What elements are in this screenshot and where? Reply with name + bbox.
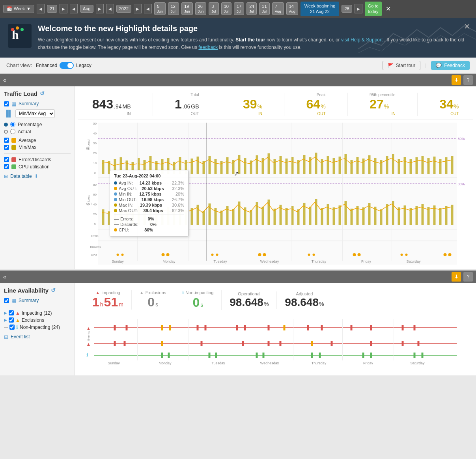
chart-type-select[interactable]: Min/Max Avg [15,109,55,118]
date-28aug[interactable]: 28 [342,5,352,13]
summary-checkbox[interactable] [4,101,9,106]
impacting-stat-triangle: ▲ [95,290,100,295]
p95-out-value: 34 [439,97,454,112]
summary-item[interactable]: ▦ Summary [4,101,71,107]
svg-text:Wednesday: Wednesday [260,361,279,365]
svg-rect-75 [451,156,454,174]
chart-toggle[interactable]: Enhanced Legacy [36,62,91,69]
non-impacting-info-icon: ℹ [16,325,18,330]
svg-rect-44 [268,153,270,174]
cpu-utilisation-item[interactable]: CPU utilisation [4,164,71,170]
date-7aug[interactable]: 7Aug [272,2,284,15]
week-number[interactable]: 21 [47,5,57,13]
collapse-availability-button[interactable]: « [3,274,6,280]
next-month-arrow[interactable]: ▶ [96,4,104,13]
start-tour-button[interactable]: 🚩 Start tour [383,61,420,70]
exclusions-checkbox[interactable] [9,317,14,323]
svg-rect-74 [445,157,448,174]
date-5jun[interactable]: 5Jun [154,2,166,15]
svg-rect-225 [370,353,372,358]
avail-help-button[interactable]: ? [463,272,473,282]
close-nav-icon[interactable]: ✕ [386,5,391,13]
non-impacting-tree-item[interactable]: — ℹ Non-impacting (24) [4,325,71,330]
impacting-tree-item[interactable]: ▶ ▲ Impacting (12) [4,310,71,316]
month-label[interactable]: Aug [80,5,93,13]
download-icon-button[interactable]: ⬇ [452,75,461,85]
feedback-button[interactable]: 💬 Feedback [431,61,470,70]
average-checkbox-item[interactable]: Average [4,138,71,143]
actual-radio[interactable]: Actual [4,129,71,134]
svg-rect-46 [280,156,282,174]
next-year-arrow[interactable]: ▶ [134,4,142,13]
grid-icon: ▦ [11,101,16,107]
svg-rect-199 [370,325,372,330]
date-10jul[interactable]: 10Jul [221,2,231,15]
far-next-arrow[interactable]: ▶ [355,4,362,13]
date-17jul[interactable]: 17Jul [234,2,244,15]
average-checkbox[interactable] [4,138,9,143]
svg-rect-200 [402,325,404,330]
date-14aug[interactable]: 14Aug [286,2,298,15]
errors-discards-checkbox[interactable] [4,157,9,162]
impacting-expand-arrow[interactable]: ▶ [4,311,7,315]
pct-in-stat: 39 % IN [243,93,262,116]
svg-rect-57 [345,154,347,174]
impacting-checkbox[interactable] [9,310,14,315]
avail-summary-checkbox[interactable] [4,298,9,303]
date-3jul[interactable]: 3Jul [209,2,219,15]
minmax-checkbox[interactable] [4,145,9,150]
errors-dash [114,219,119,220]
collapse-traffic-button[interactable]: « [3,77,6,83]
prev-year-arrow[interactable]: ◀ [106,4,114,13]
avail-refresh-icon[interactable]: ↺ [51,287,56,293]
svg-rect-138 [410,208,412,225]
prev-month-arrow[interactable]: ◀ [70,4,78,13]
exclusions-tree-item[interactable]: ▶ ▲ Exclusions [4,317,71,323]
current-week-highlight[interactable]: Week beginning 21 Aug 22 [301,2,340,16]
impacting-stat-label: Impacting [101,290,120,295]
feedback-link[interactable]: feedback [198,45,218,50]
exclusions-triangle-icon: ▲ [15,317,20,323]
non-impacting-collapse-icon[interactable]: — [4,325,8,329]
cpu-utilisation-checkbox[interactable] [4,164,9,169]
svg-rect-201 [414,325,416,330]
refresh-icon[interactable]: ↺ [40,90,45,97]
next-week-arrow[interactable]: ▶ [60,4,67,13]
svg-rect-134 [386,204,388,225]
avail-summary-item[interactable]: ▦ Summary [4,298,71,304]
help-icon-button[interactable]: ? [463,75,473,85]
avail-download-button[interactable]: ⬇ [452,272,461,282]
event-list-button[interactable]: ⊞ Event list [4,334,71,340]
minmax-checkbox-item[interactable]: Min/Max [4,145,71,150]
date-12jun[interactable]: 12Jun [168,2,179,15]
percentage-radio[interactable]: Percentage [4,122,71,127]
year-label[interactable]: 2022 [116,5,131,13]
close-banner-icon[interactable]: ✕ [464,22,470,31]
exclusions-expand-arrow[interactable]: ▶ [4,318,7,322]
week-button[interactable]: 📅 Week ▼ [3,5,34,13]
svg-rect-195 [284,325,286,330]
p95-in-label: IN [370,112,396,116]
prev-week-arrow[interactable]: ◀ [37,4,45,13]
errors-discards-item[interactable]: Errors/Discards [4,157,71,162]
chart-type-select-wrapper: ▐▌ Min/Max Avg [4,109,71,118]
date-19jun[interactable]: 19Jun [181,2,193,15]
go-today-button[interactable]: Go to today [365,2,382,16]
date-24jul[interactable]: 24Jul [246,2,257,15]
exclusions-unit: s [155,301,158,308]
svg-text:Wednesday: Wednesday [260,259,279,263]
bar-chart-icon: ▐▌ [4,110,13,117]
non-impacting-checkbox[interactable] [9,325,15,330]
svg-rect-125 [333,207,335,225]
svg-rect-48 [291,157,294,174]
toggle-track[interactable] [60,62,74,69]
header-right-buttons: ⬇ ? [452,75,473,85]
date-26jun[interactable]: 26Jun [195,2,207,15]
date-31jul[interactable]: 31Jul [259,2,269,15]
data-table-button[interactable]: ⊞ Data table ⬇ [4,174,71,179]
export-icon: ⬇ [34,174,38,179]
min-in-dot [114,192,117,196]
far-prev-arrow[interactable]: ◀ [144,4,152,13]
help-support-link[interactable]: visit Help & Support [341,37,383,43]
svg-point-154 [211,254,214,256]
